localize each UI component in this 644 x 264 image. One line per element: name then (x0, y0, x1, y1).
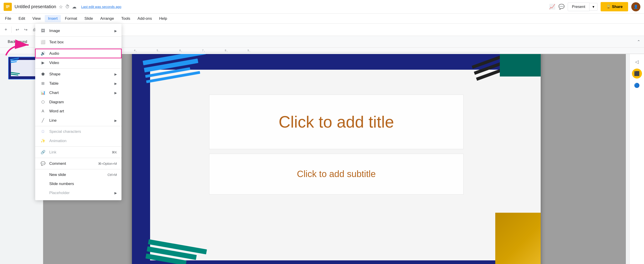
image-label: Image (49, 28, 60, 33)
menu-item-line[interactable]: ╱ Line ▶ (35, 116, 122, 125)
menu-file[interactable]: File (2, 15, 14, 22)
menu-item-new-slide[interactable]: New slide Ctrl+M (35, 170, 122, 179)
new-btn[interactable]: + (3, 26, 9, 34)
present-dropdown-btn[interactable]: ▼ (590, 3, 598, 11)
diagram-label: Diagram (49, 100, 64, 104)
animation-label: Animation (49, 139, 66, 143)
menu-item-special-chars: Ω Special characters (35, 127, 122, 136)
shape-arrow: ▶ (114, 72, 117, 76)
canvas-area[interactable]: Click to add title Click to add subtitle (43, 54, 630, 264)
special-chars-icon: Ω (40, 130, 46, 134)
svg-text:8: 8 (225, 49, 226, 52)
sidebar-blue-icon[interactable]: 🔵 (632, 80, 642, 90)
image-arrow: ▶ (114, 29, 117, 33)
menu-item-video[interactable]: ▶ Video (35, 58, 122, 68)
animation-icon: ✨ (40, 138, 46, 143)
menu-edit[interactable]: Edit (15, 15, 28, 22)
menu-item-diagram[interactable]: ⬡ Diagram (35, 98, 122, 107)
menu-item-placeholder: Placeholder ▶ (35, 188, 122, 198)
analytics-icon[interactable]: 📈 (549, 4, 555, 10)
slide-stripes-teal (143, 239, 212, 264)
redo-btn[interactable]: ↪ (22, 26, 29, 34)
menu-item-shape[interactable]: ⬟ Shape ▶ (35, 70, 122, 79)
line-icon: ╱ (40, 118, 46, 123)
sidebar-yellow-icon[interactable]: ⬛ (632, 68, 642, 78)
svg-text:5: 5 (157, 49, 158, 52)
audio-label: Audio (49, 51, 59, 56)
title-right: 📈 💬 Present ▼ 🔒 Share 👤 (549, 2, 640, 11)
present-button[interactable]: Present (568, 2, 590, 11)
table-icon: ⊞ (40, 81, 46, 86)
menu-item-chart[interactable]: 📊 Chart ▶ (35, 88, 122, 98)
image-icon: 🖼 (40, 28, 46, 33)
menu-bar: File Edit View Insert Format Slide Arran… (0, 14, 644, 24)
menu-section-textbox: ⬜ Text box (35, 36, 122, 48)
menu-slide[interactable]: Slide (81, 15, 96, 22)
menu-view[interactable]: View (29, 15, 44, 22)
slide-numbers-label: Slide numbers (49, 182, 74, 186)
special-chars-label: Special characters (49, 130, 81, 134)
title-placeholder[interactable]: Click to add title (209, 95, 464, 149)
subtitle-placeholder[interactable]: Click to add subtitle (209, 154, 464, 194)
placeholder-label: Placeholder (49, 191, 70, 195)
comment-icon: 💬 (40, 161, 46, 166)
undo-btn[interactable]: ↩ (14, 26, 21, 34)
menu-item-table[interactable]: ⊞ Table ▶ (35, 79, 122, 88)
menu-item-animation: ✨ Animation (35, 136, 122, 146)
cloud-icon[interactable]: ☁ (72, 4, 76, 10)
new-slide-shortcut: Ctrl+M (108, 173, 117, 176)
share-button[interactable]: 🔒 Share (601, 2, 628, 11)
subtitle-text: Click to add subtitle (297, 169, 376, 179)
svg-text:6: 6 (180, 49, 181, 52)
sidebar-expand-icon[interactable]: ◁ (632, 57, 642, 67)
wordart-label: Word art (49, 109, 64, 114)
table-label: Table (49, 81, 58, 86)
audio-icon: 🔊 (40, 51, 46, 56)
svg-rect-3 (6, 8, 8, 8)
gold-corner (495, 213, 541, 264)
menu-tools[interactable]: Tools (118, 15, 134, 22)
toolbar-sep-1 (11, 26, 12, 33)
menu-addons[interactable]: Add-ons (134, 15, 155, 22)
menu-item-link: 🔗 Link ⌘K (35, 148, 122, 157)
menu-item-image[interactable]: 🖼 Image ▶ (35, 26, 122, 36)
svg-text:9: 9 (248, 49, 249, 52)
avatar[interactable]: 👤 (631, 2, 640, 11)
title-bar: Untitled presentation ☆ ⏱ ☁ Last edit wa… (0, 0, 644, 14)
video-icon: ▶ (40, 60, 46, 65)
history-icon[interactable]: ⏱ (65, 4, 70, 9)
table-arrow: ▶ (114, 82, 117, 85)
insert-dropdown-menu: 🖼 Image ▶ ⬜ Text box 🔊 Audio ▶ Video ⬟ S… (35, 24, 122, 200)
textbox-icon: ⬜ (40, 40, 46, 44)
menu-item-textbox[interactable]: ⬜ Text box (35, 38, 122, 47)
background-btn[interactable]: Background (4, 38, 31, 46)
menu-section-audio: 🔊 Audio ▶ Video (35, 48, 122, 68)
menu-item-audio[interactable]: 🔊 Audio (35, 49, 122, 58)
menu-arrange[interactable]: Arrange (97, 15, 117, 22)
menu-item-slide-numbers[interactable]: Slide numbers (35, 179, 122, 188)
line-label: Line (49, 118, 56, 123)
app-logo (4, 3, 12, 11)
comments-icon[interactable]: 💬 (558, 4, 564, 10)
star-icon[interactable]: ☆ (59, 4, 63, 10)
menu-format[interactable]: Format (62, 15, 80, 22)
menu-insert[interactable]: Insert (45, 15, 61, 22)
menu-section-chars: Ω Special characters ✨ Animation (35, 126, 122, 147)
svg-rect-2 (6, 6, 10, 7)
title-text: Click to add title (279, 112, 394, 131)
chart-icon: 📊 (40, 90, 46, 95)
link-icon: 🔗 (40, 150, 46, 154)
diagram-icon: ⬡ (40, 100, 46, 104)
svg-text:7: 7 (202, 49, 204, 52)
collapse-btn[interactable]: ⌃ (637, 39, 640, 44)
title-icons: ☆ ⏱ ☁ (59, 4, 76, 10)
menu-item-wordart[interactable]: A Word art (35, 107, 122, 116)
doc-title[interactable]: Untitled presentation (14, 4, 56, 9)
menu-section-slides: New slide Ctrl+M Slide numbers Placehold… (35, 169, 122, 198)
menu-item-comment[interactable]: 💬 Comment ⌘+Option+M (35, 159, 122, 168)
menu-help[interactable]: Help (156, 15, 170, 22)
vertical-scrollbar[interactable] (626, 54, 630, 264)
chart-label: Chart (49, 90, 59, 95)
link-shortcut: ⌘K (112, 150, 117, 154)
right-sidebar: ◁ ⬛ 🔵 + (630, 54, 644, 264)
